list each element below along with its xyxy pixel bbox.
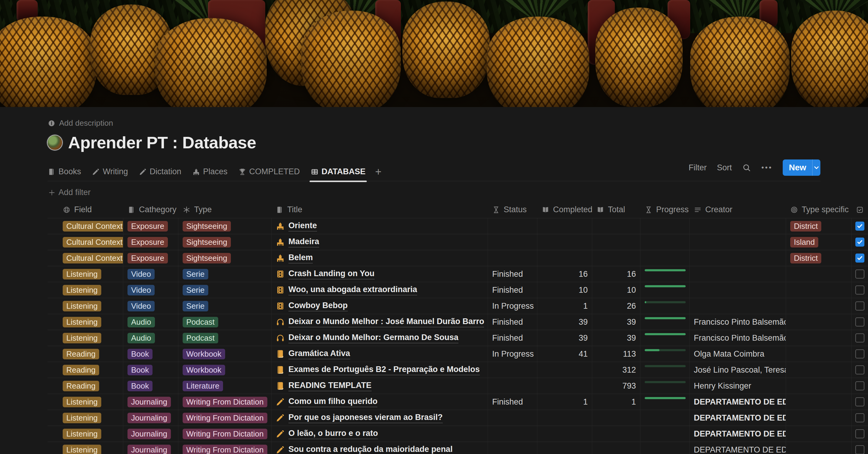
- tag-video[interactable]: Video: [127, 285, 155, 296]
- row-checkbox[interactable]: [855, 238, 864, 247]
- tag-cultural-context[interactable]: Cultural Context: [63, 221, 123, 232]
- tag-sightseeing[interactable]: Sightseeing: [183, 237, 231, 247]
- tag-video[interactable]: Video: [127, 269, 155, 279]
- tag-listening[interactable]: Listening: [63, 301, 101, 311]
- add-description-row[interactable]: Add description: [48, 119, 868, 128]
- tag-book[interactable]: Book: [127, 349, 153, 359]
- search-icon[interactable]: [742, 163, 751, 172]
- row-checkbox[interactable]: [855, 270, 864, 278]
- row-checkbox[interactable]: [855, 253, 864, 263]
- tag-audio[interactable]: Audio: [127, 333, 155, 343]
- page-link[interactable]: READING TEMPLATE: [288, 381, 372, 391]
- tag-workbook[interactable]: Workbook: [183, 365, 225, 375]
- tab-completed[interactable]: COMPLETED: [239, 167, 300, 176]
- tag-writing-from-dictation[interactable]: Writing From Dictation: [183, 445, 267, 454]
- row-checkbox[interactable]: [855, 333, 864, 342]
- column-header-type_specific[interactable]: Type specific: [786, 201, 852, 218]
- tag-listening[interactable]: Listening: [63, 333, 101, 343]
- tag-listening[interactable]: Listening: [63, 445, 101, 454]
- tag-listening[interactable]: Listening: [63, 397, 101, 407]
- page-link[interactable]: Deixar o Mundo Melhor : José Manuel Durã…: [288, 317, 484, 327]
- page-link[interactable]: Gramática Ativa: [288, 349, 350, 359]
- tag-listening[interactable]: Listening: [63, 317, 101, 327]
- tag-journaling[interactable]: Journaling: [127, 429, 171, 439]
- page-link[interactable]: Cowboy Bebop: [288, 301, 348, 311]
- page-icon[interactable]: [48, 135, 62, 150]
- more-options-button[interactable]: •••: [761, 163, 772, 172]
- tag-writing-from-dictation[interactable]: Writing From Dictation: [183, 413, 267, 423]
- row-checkbox[interactable]: [855, 445, 864, 454]
- tag-cultural-context[interactable]: Cultural Context: [63, 253, 123, 264]
- row-checkbox[interactable]: [855, 381, 864, 390]
- column-header-cathegory[interactable]: Cathegory: [123, 201, 179, 218]
- add-view-button[interactable]: +: [375, 168, 381, 176]
- tag-sightseeing[interactable]: Sightseeing: [183, 253, 231, 264]
- tag-listening[interactable]: Listening: [63, 413, 101, 423]
- tag-listening[interactable]: Listening: [63, 429, 101, 439]
- page-link[interactable]: Como um filho querido: [288, 397, 377, 407]
- page-link[interactable]: Exames de Português B2 - Preparação e Mo…: [288, 365, 480, 375]
- row-checkbox[interactable]: [855, 365, 864, 374]
- page-link[interactable]: Madeira: [288, 237, 319, 247]
- tag-video[interactable]: Video: [127, 301, 155, 311]
- chevron-down-icon[interactable]: [812, 164, 820, 172]
- tag-sightseeing[interactable]: Sightseeing: [183, 221, 231, 232]
- page-link[interactable]: O leão, o burro e o rato: [288, 429, 378, 439]
- tag-audio[interactable]: Audio: [127, 317, 155, 327]
- tag-reading[interactable]: Reading: [63, 349, 99, 359]
- tag-serie[interactable]: Serie: [183, 285, 208, 296]
- tag-book[interactable]: Book: [127, 365, 153, 375]
- tag-journaling[interactable]: Journaling: [127, 413, 171, 423]
- page-link[interactable]: Oriente: [288, 221, 317, 232]
- tag-reading[interactable]: Reading: [63, 365, 99, 375]
- row-checkbox[interactable]: [855, 317, 864, 327]
- tag-island[interactable]: Island: [790, 237, 818, 247]
- page-link[interactable]: Por que os japoneses vieram ao Brasil?: [288, 413, 443, 423]
- row-checkbox[interactable]: [855, 413, 864, 422]
- tag-serie[interactable]: Serie: [183, 301, 208, 311]
- tag-exposure[interactable]: Exposure: [127, 237, 168, 247]
- column-header-field[interactable]: Field: [48, 201, 123, 218]
- sort-button[interactable]: Sort: [717, 163, 732, 173]
- tag-listening[interactable]: Listening: [63, 285, 101, 296]
- filter-button[interactable]: Filter: [689, 163, 707, 173]
- tag-book[interactable]: Book: [127, 381, 153, 391]
- column-header-type[interactable]: Type: [179, 201, 272, 218]
- tag-reading[interactable]: Reading: [63, 381, 99, 391]
- tag-exposure[interactable]: Exposure: [127, 253, 168, 264]
- column-header-check[interactable]: [852, 201, 868, 218]
- tag-district[interactable]: District: [790, 221, 821, 232]
- tab-dictation[interactable]: Dictation: [139, 167, 181, 176]
- page-link[interactable]: Woo, una abogada extraordinaria: [288, 285, 417, 296]
- tab-database[interactable]: DATABASE: [311, 167, 366, 176]
- row-checkbox[interactable]: [855, 221, 864, 231]
- row-checkbox[interactable]: [855, 285, 864, 295]
- page-link[interactable]: Crash Landing on You: [288, 269, 375, 279]
- tag-serie[interactable]: Serie: [183, 269, 208, 279]
- tag-writing-from-dictation[interactable]: Writing From Dictation: [183, 429, 267, 439]
- row-checkbox[interactable]: [855, 397, 864, 406]
- tag-cultural-context[interactable]: Cultural Context: [63, 237, 123, 247]
- tag-journaling[interactable]: Journaling: [127, 445, 171, 454]
- tag-listening[interactable]: Listening: [63, 269, 101, 279]
- column-header-creator[interactable]: Creator: [689, 201, 786, 218]
- page-link[interactable]: Deixar o Mundo Melhor: Germano De Sousa: [288, 333, 458, 343]
- tag-podcast[interactable]: Podcast: [183, 333, 218, 343]
- row-checkbox[interactable]: [855, 350, 864, 358]
- new-button[interactable]: New: [783, 159, 820, 176]
- column-header-status[interactable]: Status: [488, 201, 537, 218]
- tag-journaling[interactable]: Journaling: [127, 397, 171, 407]
- tab-books[interactable]: Books: [48, 167, 81, 176]
- tab-places[interactable]: Places: [192, 167, 227, 176]
- row-checkbox[interactable]: [855, 301, 864, 310]
- row-checkbox[interactable]: [855, 429, 864, 438]
- tag-writing-from-dictation[interactable]: Writing From Dictation: [183, 397, 267, 407]
- tag-podcast[interactable]: Podcast: [183, 317, 218, 327]
- column-header-total[interactable]: Total: [592, 201, 641, 218]
- page-link[interactable]: Sou contra a redução da maioridade penal: [288, 445, 453, 454]
- column-header-completed[interactable]: Completed: [537, 201, 592, 218]
- tag-district[interactable]: District: [790, 253, 821, 264]
- tab-writing[interactable]: Writing: [92, 167, 128, 176]
- tag-exposure[interactable]: Exposure: [127, 221, 168, 232]
- column-header-progress[interactable]: Progress: [641, 201, 689, 218]
